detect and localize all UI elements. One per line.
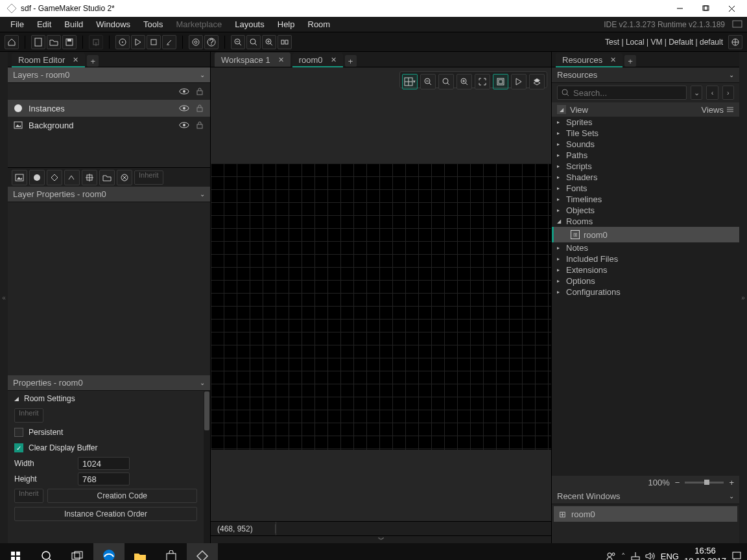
menu-file[interactable]: File [4, 18, 30, 31]
layer-background[interactable]: Background [8, 117, 210, 134]
tree-room0[interactable]: ⊞room0 [552, 227, 739, 242]
minimize-button[interactable] [667, 0, 693, 17]
people-icon[interactable] [606, 551, 616, 560]
tree-shaders[interactable]: ▸Shaders [552, 172, 739, 183]
target-status[interactable]: Test | Local | VM | Default | default [605, 38, 723, 47]
room-canvas[interactable] [211, 163, 551, 450]
lock-icon[interactable] [195, 103, 205, 113]
tree-fonts[interactable]: ▸Fonts [552, 183, 739, 194]
add-asset-layer[interactable] [82, 170, 97, 185]
eye-icon[interactable] [179, 120, 189, 130]
add-tab-button[interactable]: + [624, 55, 636, 67]
resources-header[interactable]: Resources⌄ [552, 67, 739, 83]
tab-room-editor[interactable]: Room Editor✕ [12, 53, 85, 67]
persistent-row[interactable]: Persistent [8, 425, 204, 440]
home-button[interactable] [5, 35, 19, 49]
collapse-icon[interactable]: ◢ [557, 105, 566, 114]
select-button[interactable] [493, 74, 508, 89]
lock-icon[interactable] [195, 86, 205, 97]
tree-sprites[interactable]: ▸Sprites [552, 117, 739, 128]
layers-header[interactable]: Layers - room0⌄ [8, 67, 210, 83]
notifications-icon[interactable] [731, 19, 743, 30]
close-icon[interactable]: ✕ [73, 56, 78, 64]
explorer-taskbar[interactable] [124, 543, 156, 560]
tree-included[interactable]: ▸Included Files [552, 253, 739, 264]
zoom-in-button[interactable] [231, 35, 245, 49]
add-instance-layer[interactable] [29, 170, 45, 185]
creation-code-button[interactable]: Creation Code [47, 489, 197, 503]
new-button[interactable] [31, 35, 45, 49]
inherit-layers-button[interactable]: Inherit [134, 170, 163, 185]
save-button[interactable] [62, 35, 77, 49]
tree-sounds[interactable]: ▸Sounds [552, 139, 739, 150]
close-icon[interactable]: ✕ [610, 56, 616, 64]
eye-icon[interactable] [179, 103, 189, 113]
props-scrollbar[interactable] [204, 391, 210, 543]
zoom-reset-button[interactable] [246, 35, 261, 49]
menu-marketplace[interactable]: Marketplace [169, 18, 228, 31]
lock-icon[interactable] [195, 120, 205, 130]
zoom-reset-canvas[interactable] [438, 74, 454, 89]
eye-icon[interactable] [179, 86, 189, 97]
tree-notes[interactable]: ▸Notes [552, 242, 739, 253]
tree-paths[interactable]: ▸Paths [552, 150, 739, 161]
tab-workspace1[interactable]: Workspace 1✕ [215, 52, 290, 67]
tree-rooms[interactable]: ◢Rooms [552, 216, 739, 227]
language-indicator[interactable]: ENG [661, 552, 679, 561]
height-input[interactable] [78, 472, 130, 485]
zoom-slider[interactable] [685, 482, 724, 484]
zoom-out-button[interactable] [262, 35, 276, 49]
tree-scripts[interactable]: ▸Scripts [552, 161, 739, 172]
menu-windows[interactable]: Windows [89, 18, 137, 31]
grid-button[interactable]: ▾ [402, 74, 418, 89]
menu-tools[interactable]: Tools [137, 18, 169, 31]
width-input[interactable] [78, 457, 130, 470]
recent-windows-header[interactable]: Recent Windows⌄ [552, 489, 739, 504]
gamemaker-taskbar[interactable] [187, 543, 218, 560]
search-input[interactable] [573, 88, 682, 98]
debug-button[interactable] [115, 35, 130, 49]
instance-order-button[interactable]: Instance Creation Order [14, 507, 197, 521]
add-tile-layer[interactable] [47, 170, 62, 185]
tree-timelines[interactable]: ▸Timelines [552, 194, 739, 205]
game-options-button[interactable] [189, 35, 203, 49]
menu-help[interactable]: Help [271, 18, 302, 31]
network-icon[interactable] [631, 552, 640, 560]
inherit-code-button[interactable]: Inherit [14, 489, 43, 503]
recent-room0[interactable]: ⊞room0 [554, 506, 737, 522]
target-manager-button[interactable] [728, 35, 742, 49]
zoom-out-canvas[interactable] [420, 74, 436, 89]
menu-edit[interactable]: Edit [30, 18, 58, 31]
search-dropdown[interactable]: ⌄ [691, 86, 702, 100]
menu-room[interactable]: Room [302, 18, 337, 31]
tab-room0[interactable]: room0✕ [292, 53, 343, 67]
store-taskbar[interactable] [156, 543, 187, 560]
add-folder-button[interactable] [99, 170, 115, 185]
docking-button[interactable] [278, 35, 292, 49]
close-icon[interactable]: ✕ [278, 56, 284, 64]
close-icon[interactable]: ✕ [331, 56, 337, 64]
layer-instances[interactable]: Instances [8, 100, 210, 117]
run-button[interactable] [131, 35, 145, 49]
tree-options[interactable]: ▸Options [552, 275, 739, 286]
play-animation-button[interactable] [511, 74, 527, 89]
layerprops-header[interactable]: Layer Properties - room0⌄ [8, 187, 210, 202]
search-taskbar[interactable] [31, 543, 62, 560]
tray-chevron[interactable]: ˄ [621, 552, 626, 561]
help-button[interactable]: ? [204, 35, 219, 49]
delete-layer-button[interactable] [117, 170, 132, 185]
maximize-button[interactable] [693, 0, 718, 17]
add-background-layer[interactable] [12, 170, 27, 185]
stop-button[interactable] [147, 35, 161, 49]
edge-taskbar[interactable] [93, 543, 124, 560]
open-button[interactable] [47, 35, 61, 49]
next-result[interactable]: › [722, 86, 734, 100]
add-tab-button[interactable]: + [345, 55, 357, 67]
prev-result[interactable]: ‹ [706, 86, 718, 100]
right-gutter[interactable]: » [739, 52, 747, 543]
taskview-button[interactable] [62, 543, 93, 560]
clock[interactable]: 16:5618.12.2017 [684, 546, 726, 560]
tree-configs[interactable]: ▸Configurations [552, 286, 739, 298]
clear-buffer-row[interactable]: ✓Clear Display Buffer [8, 440, 204, 456]
menu-build[interactable]: Build [58, 18, 89, 31]
